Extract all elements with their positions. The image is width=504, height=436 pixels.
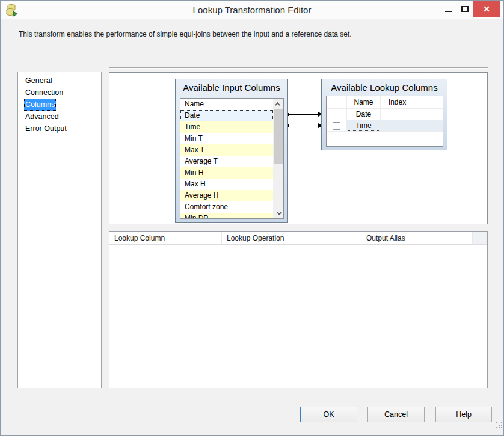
scrollbar-thumb[interactable] — [274, 109, 283, 164]
lookup-columns-grid: Name Index Date Time — [326, 96, 443, 147]
arrow-tail — [288, 113, 289, 116]
lookup-transformation-editor-window: Lookup Transformation Editor ✕ This tran… — [0, 0, 504, 436]
resize-grip[interactable] — [496, 422, 497, 423]
column-mapping-panel: Available Input Columns Name Date Time M… — [109, 72, 488, 224]
close-icon: ✕ — [483, 4, 490, 14]
scroll-up-icon — [275, 102, 280, 107]
minimize-button[interactable] — [441, 1, 455, 17]
cancel-button[interactable]: Cancel — [367, 407, 425, 422]
row-filler-cell — [414, 120, 443, 132]
header-checkbox-cell — [327, 96, 347, 109]
titlebar[interactable]: Lookup Transformation Editor ✕ — [1, 1, 503, 19]
lookup-column-index[interactable] — [381, 109, 414, 120]
input-column-row[interactable]: Date — [180, 110, 273, 121]
lookup-column-index[interactable] — [381, 120, 414, 132]
index-column-header: Index — [381, 96, 414, 109]
lookup-column-row-date[interactable]: Date — [327, 109, 443, 120]
mapping-arrow-date-icon[interactable] — [288, 114, 322, 115]
checkbox-cell — [327, 109, 347, 120]
select-all-checkbox[interactable] — [333, 99, 340, 106]
input-column-row[interactable]: Time — [180, 121, 273, 133]
dialog-description: This transform enables the performance o… — [19, 30, 352, 38]
date-checkbox[interactable] — [333, 111, 340, 118]
available-lookup-columns-title: Available Lookup Columns — [322, 82, 447, 93]
input-columns-rows: Date Time Min T Max T Average T Min H Ma… — [180, 110, 273, 219]
input-column-row[interactable]: Min DP — [180, 213, 273, 219]
sidebar-item-error-output[interactable]: Error Output — [18, 123, 101, 135]
scroll-down-icon — [277, 210, 281, 215]
time-checkbox[interactable] — [333, 122, 340, 130]
lookup-column-name[interactable]: Date — [347, 109, 381, 120]
checkbox-cell — [327, 120, 347, 132]
input-column-row[interactable]: Min T — [180, 133, 273, 144]
available-input-columns-box: Available Input Columns Name Date Time M… — [175, 79, 288, 223]
lookup-operation-header[interactable]: Lookup Operation — [222, 232, 361, 245]
minimize-icon — [445, 11, 452, 12]
input-column-row[interactable]: Average T — [180, 156, 273, 167]
lookup-columns-header-row: Name Index — [327, 96, 443, 109]
lookup-grid-header: Lookup Column Lookup Operation Output Al… — [109, 232, 487, 245]
lookup-column-header[interactable]: Lookup Column — [109, 232, 222, 245]
sidebar-item-advanced[interactable]: Advanced — [18, 111, 101, 123]
output-alias-header[interactable]: Output Alias — [361, 232, 473, 245]
help-button[interactable]: Help — [435, 407, 492, 422]
name-column-header: Name — [347, 96, 381, 109]
available-input-columns-title: Available Input Columns — [176, 82, 287, 93]
row-filler-cell — [414, 109, 443, 120]
scroll-up-button[interactable] — [273, 99, 283, 109]
sidebar-item-general[interactable]: General — [18, 75, 101, 87]
maximize-button[interactable] — [458, 1, 472, 17]
input-columns-list: Name Date Time Min T Max T Average T Min… — [180, 98, 284, 219]
input-column-row[interactable]: Max H — [180, 179, 273, 190]
maximize-icon — [461, 6, 469, 12]
ok-button[interactable]: OK — [300, 407, 357, 422]
pages-list: General Connection Columns Advanced Erro… — [17, 72, 102, 388]
header-filler — [473, 232, 487, 245]
input-column-row[interactable]: Max T — [180, 144, 273, 156]
input-columns-header: Name — [180, 99, 283, 109]
arrow-tail — [288, 124, 289, 127]
mapping-arrow-time-icon[interactable] — [288, 126, 322, 126]
input-columns-scrollbar[interactable] — [273, 99, 283, 218]
input-column-row[interactable]: Comfort zone — [180, 201, 273, 213]
lookup-operations-grid: Lookup Column Lookup Operation Output Al… — [109, 231, 488, 388]
lookup-column-name[interactable]: Time — [347, 120, 381, 132]
scroll-down-button[interactable] — [273, 208, 283, 218]
available-lookup-columns-box: Available Lookup Columns Name Index Date… — [321, 79, 447, 150]
sidebar-item-connection[interactable]: Connection — [18, 87, 101, 99]
window-title: Lookup Transformation Editor — [1, 1, 503, 19]
section-divider — [109, 67, 488, 69]
input-column-row[interactable]: Average H — [180, 190, 273, 201]
sidebar-item-columns[interactable]: Columns — [18, 99, 101, 111]
lookup-column-row-time[interactable]: Time — [327, 120, 443, 132]
close-button[interactable]: ✕ — [473, 1, 500, 17]
input-column-row[interactable]: Min H — [180, 167, 273, 179]
header-filler-cell — [414, 96, 443, 109]
